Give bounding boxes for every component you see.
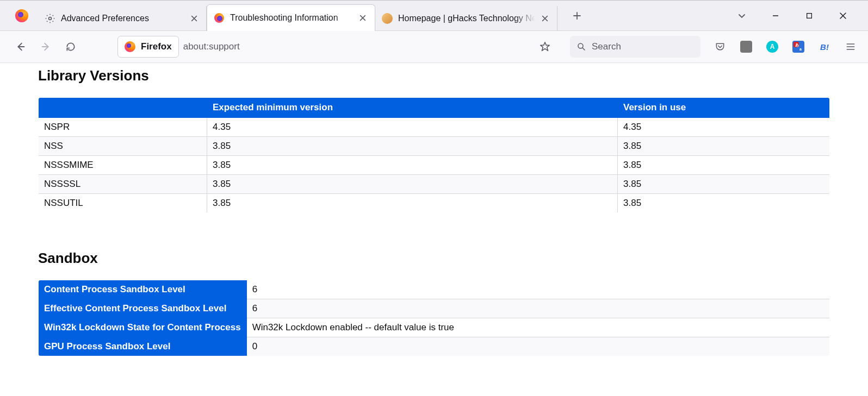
back-button[interactable] [10, 36, 32, 58]
extension-icon[interactable]: B! [817, 39, 832, 54]
app-icon [5, 9, 38, 22]
table-row: Win32k Lockdown State for Content Proces… [39, 318, 830, 337]
sandbox-heading: Sandbox [38, 250, 830, 267]
url-identity[interactable]: Firefox [117, 36, 179, 58]
sandbox-label: Win32k Lockdown State for Content Proces… [39, 318, 247, 337]
svg-text:a: a [799, 47, 802, 51]
close-icon[interactable] [189, 13, 200, 24]
table-row: Effective Content Process Sandbox Level6 [39, 299, 830, 318]
library-expected: 3.85 [207, 194, 618, 213]
table-row: NSSSSL3.853.85 [39, 175, 830, 194]
tab-bar: Advanced Preferences Troubleshooting Inf… [0, 0, 868, 31]
firefox-icon [15, 9, 28, 22]
sandbox-value: Win32k Lockdown enabled -- default value… [246, 318, 829, 337]
content-area: Library Versions Expected minimum versio… [0, 63, 868, 396]
sandbox-label: GPU Process Sandbox Level [39, 337, 247, 356]
library-inuse: 4.35 [618, 118, 830, 137]
reload-button[interactable] [60, 36, 82, 58]
library-versions-table: Expected minimum version Version in use … [38, 97, 830, 213]
sandbox-value: 0 [246, 337, 829, 356]
translate-icon[interactable]: あa [791, 39, 806, 54]
bookmark-star-icon[interactable] [534, 36, 556, 58]
table-row: Content Process Sandbox Level6 [39, 280, 830, 299]
table-header-expected: Expected minimum version [207, 98, 618, 118]
chevron-down-icon[interactable] [730, 4, 754, 28]
url-path: about:support [183, 41, 240, 52]
search-input[interactable]: Search [570, 36, 700, 58]
library-inuse: 3.85 [618, 194, 830, 213]
gear-icon [45, 13, 55, 24]
table-row: NSS3.853.85 [39, 137, 830, 156]
pocket-icon[interactable] [712, 39, 728, 54]
library-expected: 4.35 [207, 118, 618, 137]
new-tab-button[interactable] [567, 6, 587, 26]
sandbox-label: Content Process Sandbox Level [39, 280, 247, 299]
close-icon[interactable] [357, 12, 368, 23]
library-expected: 3.85 [207, 175, 618, 194]
close-icon[interactable] [540, 13, 550, 24]
tab-label: Homepage | gHacks Technology News [398, 14, 535, 23]
firefox-icon [125, 41, 135, 52]
account-icon[interactable]: A [765, 39, 780, 54]
tab-ghacks[interactable]: Homepage | gHacks Technology News [375, 6, 557, 31]
ghacks-icon [382, 13, 393, 24]
svg-point-0 [49, 17, 52, 20]
sandbox-table: Content Process Sandbox Level6Effective … [38, 280, 830, 356]
table-row: GPU Process Sandbox Level0 [39, 337, 830, 356]
close-window-button[interactable] [831, 4, 855, 28]
table-row: NSSSMIME3.853.85 [39, 156, 830, 175]
table-header-row: Expected minimum version Version in use [39, 98, 830, 118]
library-name: NSSSMIME [39, 156, 207, 175]
toolbar-actions: A あa B! [712, 39, 858, 54]
search-placeholder: Search [592, 41, 621, 52]
app-menu-button[interactable] [843, 39, 858, 54]
toolbar: Firefox about:support Search A あa B! [0, 31, 868, 63]
library-name: NSS [39, 137, 207, 156]
library-inuse: 3.85 [618, 156, 830, 175]
library-versions-heading: Library Versions [38, 67, 830, 84]
library-expected: 3.85 [207, 156, 618, 175]
library-name: NSSUTIL [39, 194, 207, 213]
table-row: NSPR4.354.35 [39, 118, 830, 137]
tab-troubleshooting[interactable]: Troubleshooting Information [207, 4, 375, 31]
library-name: NSPR [39, 118, 207, 137]
firefox-icon [214, 12, 225, 23]
library-name: NSSSSL [39, 175, 207, 194]
library-inuse: 3.85 [618, 137, 830, 156]
sandbox-label: Effective Content Process Sandbox Level [39, 299, 247, 318]
minimize-button[interactable] [764, 4, 788, 28]
tab-label: Troubleshooting Information [230, 13, 353, 23]
forward-button[interactable] [35, 36, 57, 58]
maximize-button[interactable] [797, 4, 821, 28]
table-header-inuse: Version in use [618, 98, 830, 118]
svg-point-2 [578, 43, 583, 48]
url-label: Firefox [141, 41, 172, 52]
library-inuse: 3.85 [618, 175, 830, 194]
sandbox-value: 6 [246, 299, 829, 318]
url-bar[interactable]: Firefox about:support [85, 36, 567, 58]
table-header-blank [39, 98, 207, 118]
svg-text:あ: あ [795, 43, 799, 47]
svg-rect-1 [807, 13, 812, 18]
tab-label: Advanced Preferences [61, 14, 184, 23]
window-controls [730, 4, 868, 28]
tab-advanced-preferences[interactable]: Advanced Preferences [38, 6, 207, 31]
search-icon [576, 42, 586, 52]
sandbox-value: 6 [246, 280, 829, 299]
ublock-icon[interactable] [739, 39, 754, 54]
table-row: NSSUTIL3.853.85 [39, 194, 830, 213]
library-expected: 3.85 [207, 137, 618, 156]
